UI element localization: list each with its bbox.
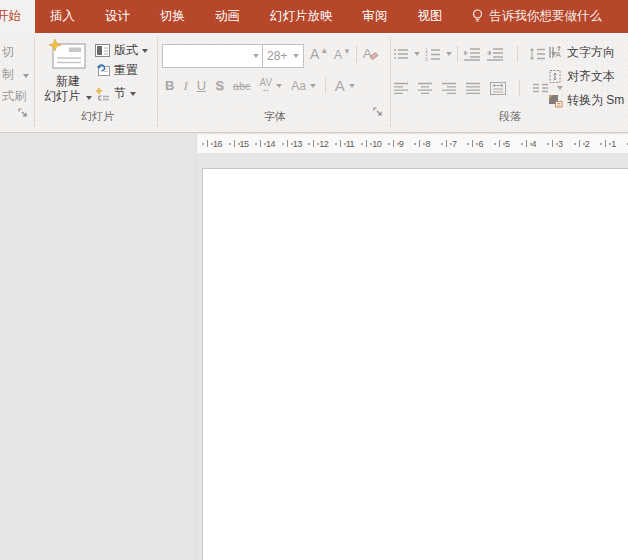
ruler-mark-7: 7 <box>452 139 479 149</box>
tab-home[interactable]: 开始 <box>0 0 35 33</box>
font-size-dropdown-arrow[interactable] <box>293 54 299 58</box>
font-color-button[interactable]: A <box>335 77 345 94</box>
horizontal-ruler: 16151413121110987654321 <box>197 134 628 153</box>
ribbon: 切 制 式刷 新建 幻灯片 <box>0 33 628 133</box>
tab-view[interactable]: 视图 <box>403 0 458 33</box>
clear-formatting-button[interactable]: A <box>363 46 379 61</box>
numbering-button[interactable]: 1 2 3 <box>425 47 441 61</box>
decrease-indent-button[interactable] <box>463 47 481 61</box>
svg-text:3: 3 <box>425 57 428 61</box>
ruler-mark-16: 16 <box>213 139 240 149</box>
tab-design[interactable]: 设计 <box>90 0 145 33</box>
font-name-combobox[interactable] <box>162 44 264 68</box>
section-dropdown-arrow <box>130 92 136 96</box>
bullets-dropdown-arrow[interactable] <box>414 52 420 56</box>
divider <box>457 46 458 62</box>
format-painter-label: 式刷 <box>2 89 26 103</box>
convert-smartart-button[interactable]: 转换为 Sm <box>548 92 628 109</box>
ruler-mark-1: 1 <box>611 139 628 149</box>
justify-button[interactable] <box>465 82 481 95</box>
tell-me-box[interactable]: 告诉我你想要做什么 <box>472 0 603 33</box>
line-spacing-button[interactable] <box>529 47 546 61</box>
new-slide-button[interactable]: 新建 幻灯片 <box>44 39 92 104</box>
clipboard-dialog-launcher[interactable] <box>18 108 28 118</box>
ruler-mark-10: 10 <box>372 139 399 149</box>
tab-transitions[interactable]: 切换 <box>145 0 200 33</box>
align-text-label: 对齐文本 <box>567 68 615 85</box>
powerpoint-window: 开始插入设计切换动画幻灯片放映审阅视图 告诉我你想要做什么 切 制 式刷 <box>0 0 628 560</box>
text-direction-icon: A <box>548 45 563 60</box>
group-divider <box>157 37 158 127</box>
ruler-mark-14: 14 <box>266 139 293 149</box>
align-text-button[interactable]: 对齐文本 <box>548 68 615 85</box>
copy-button-partial[interactable]: 制 <box>2 66 29 83</box>
font-size-combobox[interactable]: 28+ <box>262 44 304 68</box>
tab-slideshow[interactable]: 幻灯片放映 <box>255 0 348 33</box>
slide-canvas[interactable] <box>202 168 628 560</box>
cut-button-partial[interactable]: 切 <box>2 44 14 61</box>
text-shadow-button[interactable]: S <box>215 78 224 93</box>
strikethrough-button[interactable]: abc <box>233 80 251 92</box>
underline-button[interactable]: U <box>197 78 206 93</box>
shrink-font-button[interactable]: A▼ <box>334 48 351 62</box>
ruler-mark-12: 12 <box>319 139 346 149</box>
section-button[interactable]: 节 <box>95 85 136 102</box>
ruler-mark-11: 11 <box>346 139 373 149</box>
ruler-mark-13: 13 <box>293 139 320 149</box>
bold-button[interactable]: B <box>165 78 174 93</box>
eraser-icon <box>370 51 379 60</box>
slides-group-label: 幻灯片 <box>38 109 157 124</box>
tab-list: 开始插入设计切换动画幻灯片放映审阅视图 <box>0 0 458 33</box>
grow-font-button[interactable]: A▲ <box>310 46 328 62</box>
columns-dropdown-arrow[interactable] <box>557 86 563 90</box>
change-case-button[interactable]: Aa <box>291 79 306 93</box>
tab-animations[interactable]: 动画 <box>200 0 255 33</box>
change-case-dropdown-arrow[interactable] <box>310 84 316 88</box>
character-spacing-dropdown-arrow[interactable] <box>276 84 282 88</box>
paragraph-group-label: 段落 <box>392 109 628 124</box>
format-painter-button-partial[interactable]: 式刷 <box>2 88 26 105</box>
font-size-value: 28+ <box>267 49 287 63</box>
distribute-text-button[interactable] <box>489 81 507 96</box>
left-right-arrow-icon: ↔ <box>261 86 270 93</box>
new-slide-label-line2: 幻灯片 <box>44 89 92 104</box>
font-name-dropdown-arrow[interactable] <box>253 54 259 58</box>
layout-icon <box>95 44 110 57</box>
divider <box>325 77 326 94</box>
tab-insert[interactable]: 插入 <box>35 0 90 33</box>
lightbulb-icon <box>472 9 483 24</box>
tab-review[interactable]: 审阅 <box>348 0 403 33</box>
font-dialog-launcher[interactable] <box>373 107 383 117</box>
italic-button[interactable]: I <box>183 78 187 94</box>
ruler-mark-8: 8 <box>425 139 452 149</box>
reset-icon <box>95 64 110 77</box>
ruler-mark-6: 6 <box>478 139 505 149</box>
align-center-button[interactable] <box>417 82 433 95</box>
slide-thumbnail-panel[interactable] <box>0 133 197 560</box>
font-color-dropdown-arrow[interactable] <box>349 84 355 88</box>
svg-text:A: A <box>556 50 562 59</box>
new-slide-label-line1: 新建 <box>44 74 92 89</box>
layout-label: 版式 <box>114 42 138 59</box>
reset-label: 重置 <box>114 62 138 79</box>
text-direction-button[interactable]: A 文字方向 <box>548 44 615 61</box>
character-spacing-button[interactable]: AV ↔ <box>260 79 273 93</box>
ruler-mark-3: 3 <box>558 139 585 149</box>
increase-indent-button[interactable] <box>486 47 504 61</box>
columns-button[interactable] <box>532 82 549 95</box>
align-right-button[interactable] <box>441 82 457 95</box>
reset-button[interactable]: 重置 <box>95 62 138 79</box>
font-group-label: 字体 <box>160 109 390 124</box>
numbering-dropdown-arrow[interactable] <box>446 52 452 56</box>
grow-font-glyph: A <box>310 46 319 62</box>
layout-dropdown-arrow <box>142 49 148 53</box>
group-divider <box>390 37 391 127</box>
align-left-button[interactable] <box>393 82 409 95</box>
ruler-mark-2: 2 <box>585 139 612 149</box>
new-slide-dropdown-arrow <box>86 96 92 100</box>
layout-button[interactable]: 版式 <box>95 42 148 59</box>
bullets-button[interactable] <box>393 47 409 61</box>
convert-smartart-label: 转换为 Sm <box>567 92 624 109</box>
ruler-track: 16151413121110987654321 <box>197 134 628 153</box>
copy-dropdown-arrow[interactable] <box>23 74 29 78</box>
